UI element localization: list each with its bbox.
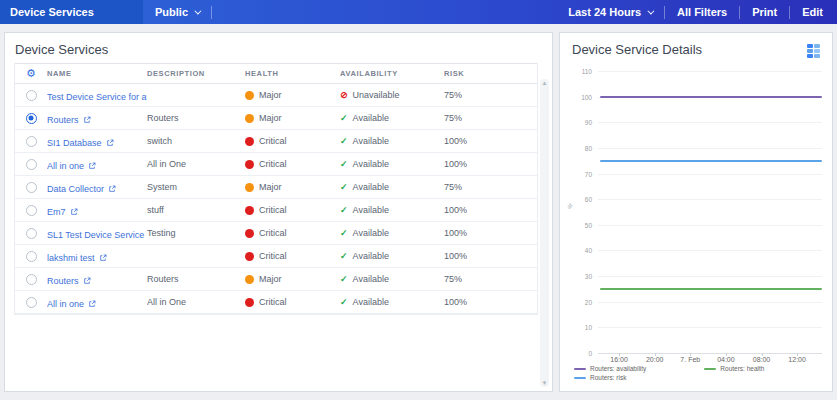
- y-gridline: [598, 174, 822, 175]
- service-name-link[interactable]: Em7: [47, 207, 66, 217]
- risk-value: 75%: [444, 182, 537, 192]
- table-row[interactable]: Data Collector System Major ✓ Available …: [15, 176, 537, 199]
- column-header-availability: AVAILABILITY: [340, 69, 444, 78]
- service-description: Routers: [147, 113, 245, 123]
- table-row[interactable]: SI1 Database switch Critical ✓ Available…: [15, 130, 537, 153]
- y-tick-label: 20: [585, 298, 592, 305]
- row-select-radio[interactable]: [26, 113, 37, 124]
- service-description: Routers: [147, 274, 245, 284]
- y-tick-label: 70: [585, 170, 592, 177]
- legend-label: Routers: health: [720, 365, 764, 372]
- table-row[interactable]: Routers Routers Major ✓ Available 75%: [15, 107, 537, 130]
- legend-item[interactable]: Routers: risk: [574, 374, 646, 381]
- table-row[interactable]: All in one All in One Critical ✓ Availab…: [15, 291, 537, 314]
- table-scrollbar[interactable]: ▲ ▼: [540, 79, 549, 387]
- service-name-link[interactable]: SL1 Test Device Service: [47, 230, 144, 240]
- table-body: Test Device Service for availability rol…: [15, 84, 537, 314]
- health-status-label: Critical: [259, 136, 287, 146]
- scroll-up-icon[interactable]: ▲: [542, 80, 548, 86]
- device-services-table: ⚙ NAME DESCRIPTION HEALTH AVAILABILITY R…: [14, 63, 538, 315]
- risk-value: 100%: [444, 228, 537, 238]
- row-select-radio[interactable]: [26, 228, 37, 239]
- risk-value: 100%: [444, 251, 537, 261]
- service-description: Testing: [147, 228, 245, 238]
- y-tick-label: 40: [585, 247, 592, 254]
- health-status-dot: [245, 137, 254, 146]
- top-navigation-bar: Device Services Public Last 24 Hours All…: [0, 0, 837, 24]
- row-select-radio[interactable]: [26, 297, 37, 308]
- series-line-routers-risk: [600, 160, 822, 162]
- y-gridline: [598, 148, 822, 149]
- service-name-link[interactable]: SI1 Database: [47, 138, 102, 148]
- y-gridline: [598, 276, 822, 277]
- external-link-icon[interactable]: [108, 179, 116, 196]
- service-description: switch: [147, 136, 245, 146]
- service-name-link[interactable]: Data Collector: [47, 184, 104, 194]
- y-tick-label: 10: [585, 324, 592, 331]
- time-range-dropdown[interactable]: Last 24 Hours: [568, 6, 652, 18]
- availability-status-label: Available: [353, 205, 389, 215]
- row-select-radio[interactable]: [26, 251, 37, 262]
- service-name-link[interactable]: All in one: [47, 299, 84, 309]
- service-name-link[interactable]: All in one: [47, 161, 84, 171]
- row-select-radio[interactable]: [26, 159, 37, 170]
- health-status-label: Critical: [259, 159, 287, 169]
- table-row[interactable]: Routers Routers Major ✓ Available 75%: [15, 268, 537, 291]
- availability-status-icon: ✓: [340, 252, 348, 261]
- y-tick-label: 0: [588, 350, 592, 357]
- chart-legend: Routers: availabilityRouters: riskRouter…: [574, 365, 764, 381]
- availability-status-label: Available: [353, 159, 389, 169]
- external-link-icon[interactable]: [88, 156, 96, 173]
- service-description: stuff: [147, 205, 245, 215]
- availability-status-icon: ✓: [340, 229, 348, 238]
- external-link-icon[interactable]: [99, 248, 107, 265]
- all-filters-button[interactable]: All Filters: [677, 6, 727, 18]
- panel-title: Device Services: [5, 33, 552, 63]
- column-settings-gear-icon[interactable]: ⚙: [26, 68, 36, 79]
- series-line-routers-health: [600, 288, 822, 290]
- x-tick-label: 16:00: [610, 356, 628, 363]
- table-row[interactable]: All in one All in One Critical ✓ Availab…: [15, 153, 537, 176]
- column-header-name: NAME: [47, 69, 147, 78]
- table-header-row: ⚙ NAME DESCRIPTION HEALTH AVAILABILITY R…: [15, 63, 537, 84]
- legend-swatch: [574, 368, 586, 370]
- external-link-icon[interactable]: [70, 202, 78, 219]
- legend-item[interactable]: Routers: health: [704, 365, 764, 372]
- row-select-radio[interactable]: [26, 90, 37, 101]
- row-select-radio[interactable]: [26, 136, 37, 147]
- scroll-down-icon[interactable]: ▼: [542, 380, 548, 386]
- external-link-icon[interactable]: [106, 133, 114, 150]
- external-link-icon[interactable]: [88, 294, 96, 311]
- availability-status-label: Available: [353, 136, 389, 146]
- row-select-radio[interactable]: [26, 205, 37, 216]
- row-select-radio[interactable]: [26, 182, 37, 193]
- print-button[interactable]: Print: [752, 6, 777, 18]
- service-name-link[interactable]: Routers: [47, 276, 79, 286]
- x-tick-label: 08:00: [753, 356, 771, 363]
- y-tick-label: 110: [582, 68, 592, 75]
- health-status-label: Major: [259, 182, 282, 192]
- table-row[interactable]: SL1 Test Device Service Testing Critical…: [15, 222, 537, 245]
- series-line-routers-availability: [600, 96, 822, 98]
- external-link-icon[interactable]: [83, 110, 91, 127]
- service-name-link[interactable]: lakshmi test: [47, 253, 95, 263]
- table-row[interactable]: lakshmi test Critical ✓ Available 100%: [15, 245, 537, 268]
- risk-value: 100%: [444, 297, 537, 307]
- dashboard-title: Device Services: [0, 0, 143, 24]
- risk-value: 75%: [444, 274, 537, 284]
- table-view-grid-icon[interactable]: [807, 44, 820, 58]
- service-name-link[interactable]: Test Device Service for availability rol…: [47, 92, 147, 102]
- health-status-dot: [245, 252, 254, 261]
- external-link-icon[interactable]: [83, 271, 91, 288]
- row-select-radio[interactable]: [26, 274, 37, 285]
- divider: [789, 6, 790, 19]
- y-gridline: [598, 250, 822, 251]
- table-row[interactable]: Test Device Service for availability rol…: [15, 84, 537, 107]
- edit-button[interactable]: Edit: [802, 6, 823, 18]
- legend-item[interactable]: Routers: availability: [574, 365, 646, 372]
- table-row[interactable]: Em7 stuff Critical ✓ Available 100%: [15, 199, 537, 222]
- x-tick-label: 20:00: [646, 356, 664, 363]
- visibility-dropdown[interactable]: Public: [155, 6, 199, 18]
- service-description: All in One: [147, 297, 245, 307]
- service-name-link[interactable]: Routers: [47, 115, 79, 125]
